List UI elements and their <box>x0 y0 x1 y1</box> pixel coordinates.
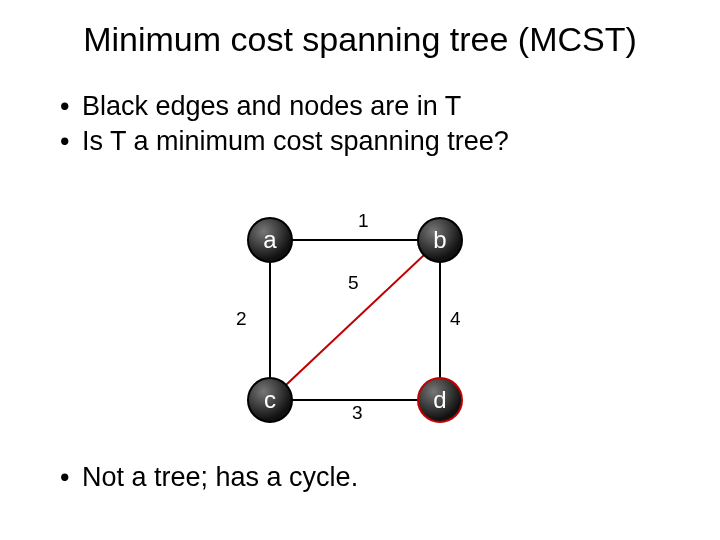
weight-ac: 2 <box>236 308 247 330</box>
bullet-item: Black edges and nodes are in T <box>60 89 720 124</box>
edge-cb <box>270 240 440 400</box>
weight-cd: 3 <box>352 402 363 424</box>
weight-cb: 5 <box>348 272 359 294</box>
bullets-bottom: Not a tree; has a cycle. <box>0 460 358 495</box>
graph-diagram: a b c d 1 2 3 4 5 <box>240 210 480 440</box>
slide-title: Minimum cost spanning tree (MCST) <box>0 0 720 59</box>
node-a: a <box>247 217 293 263</box>
weight-bd: 4 <box>450 308 461 330</box>
bullet-item: Is T a minimum cost spanning tree? <box>60 124 720 159</box>
bullets-top: Black edges and nodes are in T Is T a mi… <box>0 89 720 159</box>
node-d: d <box>417 377 463 423</box>
bullet-item: Not a tree; has a cycle. <box>60 460 358 495</box>
weight-ab: 1 <box>358 210 369 232</box>
node-b: b <box>417 217 463 263</box>
node-c: c <box>247 377 293 423</box>
